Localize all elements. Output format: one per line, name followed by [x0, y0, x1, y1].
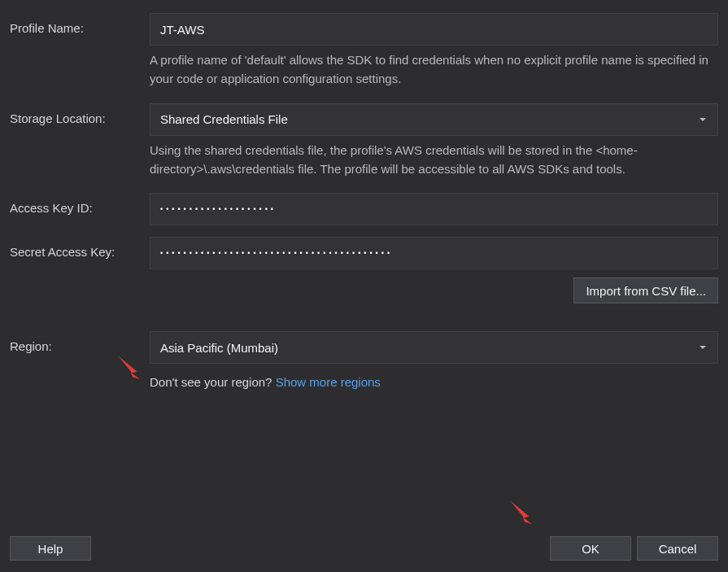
ok-button[interactable]: OK [550, 536, 631, 561]
profile-name-hint: A profile name of 'default' allows the S… [150, 50, 718, 89]
chevron-down-icon [700, 346, 706, 349]
secret-key-masked: •••••••••••••••••••••••••••••••••••••••• [160, 249, 393, 257]
region-select[interactable]: Asia Pacific (Mumbai) [150, 331, 718, 364]
storage-location-value: Shared Credentials File [160, 112, 288, 126]
access-key-masked: •••••••••••••••••••• [160, 205, 277, 213]
storage-location-select[interactable]: Shared Credentials File [150, 103, 718, 136]
access-key-input[interactable]: •••••••••••••••••••• [150, 193, 718, 225]
show-more-regions-link[interactable]: Show more regions [276, 375, 381, 389]
help-button[interactable]: Help [10, 536, 91, 561]
cancel-button[interactable]: Cancel [637, 536, 718, 561]
region-hint-text: Don't see your region? [150, 375, 276, 389]
region-label: Region: [10, 331, 150, 353]
region-value: Asia Pacific (Mumbai) [160, 341, 278, 355]
annotation-arrow-icon [506, 496, 537, 527]
secret-key-label: Secret Access Key: [10, 237, 150, 259]
secret-key-input[interactable]: •••••••••••••••••••••••••••••••••••••••• [150, 237, 718, 269]
profile-name-input[interactable] [150, 13, 718, 46]
import-csv-button[interactable]: Import from CSV file... [573, 277, 718, 303]
access-key-label: Access Key ID: [10, 193, 150, 215]
chevron-down-icon [700, 118, 706, 121]
storage-location-label: Storage Location: [10, 103, 150, 125]
storage-location-hint: Using the shared credentials file, the p… [150, 141, 718, 179]
profile-name-label: Profile Name: [10, 13, 150, 35]
